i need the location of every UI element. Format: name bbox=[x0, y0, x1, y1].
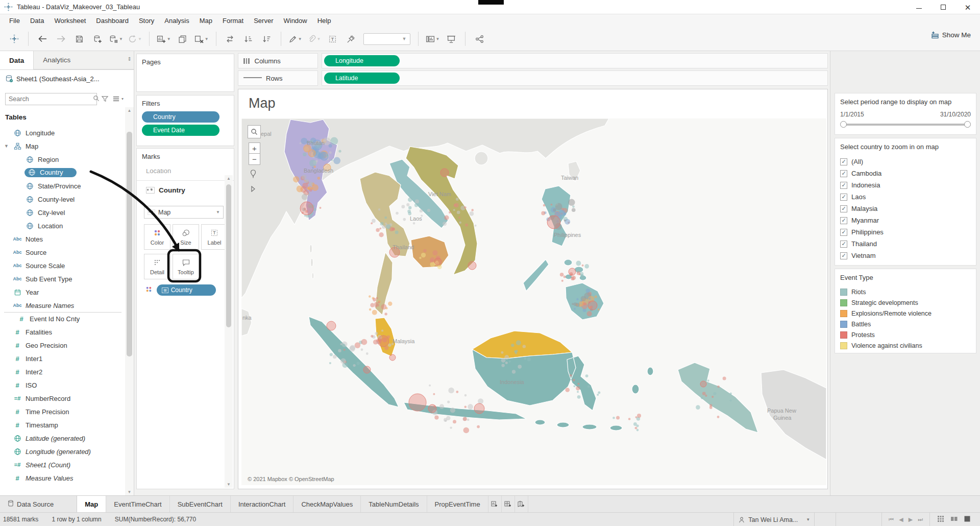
menu-server[interactable]: Server bbox=[249, 15, 278, 26]
toolbar-sort-ascending-button[interactable] bbox=[242, 31, 255, 46]
tab-data[interactable]: Data bbox=[0, 51, 33, 69]
pill-longitude[interactable]: Longitude bbox=[324, 55, 400, 66]
event-mark[interactable] bbox=[389, 354, 396, 361]
toolbar-group-button[interactable]: ▼ bbox=[307, 31, 321, 46]
legend-item-violence-against-civilians[interactable]: Violence against civilians bbox=[835, 340, 976, 351]
slider-handle-end[interactable] bbox=[964, 121, 971, 128]
field-map[interactable]: ▼Map bbox=[0, 139, 126, 153]
country-option-thailand[interactable]: ✓Thailand bbox=[835, 238, 976, 250]
event-mark[interactable] bbox=[588, 301, 597, 310]
toolbar-swap-rows-columns-button[interactable] bbox=[224, 31, 237, 46]
first-sheet-icon[interactable]: ⏮ bbox=[889, 516, 894, 523]
tooltip-button[interactable]: Tooltip bbox=[173, 254, 199, 279]
previous-sheet-icon[interactable]: ◀ bbox=[899, 516, 903, 523]
map-visualization[interactable]: NepalBhutanBangladeshTaiwanViet NamLaosT… bbox=[241, 118, 826, 485]
slider-handle-start[interactable] bbox=[840, 121, 847, 128]
toolbar-clear-sheet-button[interactable]: ▼ bbox=[194, 31, 209, 46]
period-range-slider[interactable] bbox=[840, 119, 971, 130]
field-notes[interactable]: AbcNotes bbox=[0, 232, 126, 246]
legend-item-riots[interactable]: Riots bbox=[835, 286, 976, 297]
field-city-level[interactable]: City-level bbox=[0, 206, 126, 219]
toolbar-redo-button[interactable] bbox=[54, 31, 67, 46]
field-geo-precision[interactable]: #Geo Precision bbox=[0, 339, 126, 352]
field-event-id-no-cnty[interactable]: #Event Id No Cnty bbox=[4, 312, 121, 325]
sheet-tab-checkmapvalues[interactable]: CheckMapValues bbox=[293, 496, 361, 512]
sheet-tab-tablenumdetails[interactable]: TableNumDetails bbox=[361, 496, 427, 512]
field-source[interactable]: AbcSource bbox=[0, 246, 126, 259]
event-mark[interactable] bbox=[474, 403, 484, 414]
event-mark[interactable] bbox=[300, 202, 313, 215]
filter-fields-icon[interactable] bbox=[101, 95, 109, 105]
toolbar-sort-descending-button[interactable] bbox=[260, 31, 274, 46]
minimize-button[interactable] bbox=[906, 0, 931, 14]
sheet-view-icon[interactable] bbox=[964, 515, 971, 524]
toolbar-new-worksheet-button[interactable]: ▼ bbox=[157, 31, 171, 46]
field-region[interactable]: Region bbox=[0, 153, 126, 166]
close-button[interactable]: ✕ bbox=[955, 0, 980, 14]
scroll-down-icon[interactable]: ▼ bbox=[127, 490, 132, 494]
checkbox-checked-icon[interactable]: ✓ bbox=[840, 205, 847, 212]
country-option-philippines[interactable]: ✓Philippines bbox=[835, 226, 976, 238]
datasource-connection[interactable]: Sheet1 (Southeast-Asia_2... bbox=[5, 75, 128, 83]
event-mark[interactable] bbox=[700, 381, 706, 387]
field-iso[interactable]: #ISO bbox=[0, 378, 126, 392]
columns-shelf[interactable]: Longitude bbox=[322, 53, 828, 68]
data-pane-scrollbar[interactable]: ▲ ▼ bbox=[125, 107, 134, 495]
filters-shelf[interactable]: Filters CountryEvent Date bbox=[136, 95, 234, 146]
maximize-button[interactable] bbox=[931, 0, 955, 14]
country-option-laos[interactable]: ✓Laos bbox=[835, 191, 976, 203]
last-sheet-icon[interactable]: ⏭ bbox=[918, 516, 923, 523]
checkbox-checked-icon[interactable]: ✓ bbox=[840, 229, 847, 236]
checkbox-checked-icon[interactable]: ✓ bbox=[840, 217, 847, 224]
field-state-province[interactable]: State/Province bbox=[0, 179, 126, 193]
legend-item-battles[interactable]: Battles bbox=[835, 319, 976, 329]
toolbar-share-button[interactable] bbox=[473, 31, 486, 46]
menu-data[interactable]: Data bbox=[25, 15, 49, 26]
event-mark[interactable] bbox=[468, 261, 476, 270]
toolbar-duplicate-button[interactable] bbox=[176, 31, 189, 46]
toolbar-save-button[interactable] bbox=[72, 31, 86, 46]
field-inter1[interactable]: #Inter1 bbox=[0, 352, 126, 365]
view-options-icon[interactable]: ▾ bbox=[112, 95, 124, 103]
search-input[interactable] bbox=[6, 95, 93, 103]
menu-dashboard[interactable]: Dashboard bbox=[91, 15, 134, 26]
field-inter2[interactable]: #Inter2 bbox=[0, 365, 126, 378]
label-button[interactable]: TLabel bbox=[201, 224, 228, 250]
legend-item-explosions-remote-violence[interactable]: Explosions/Remote violence bbox=[835, 308, 976, 319]
event-mark[interactable] bbox=[320, 152, 328, 160]
event-mark[interactable] bbox=[409, 394, 426, 411]
event-mark[interactable] bbox=[363, 366, 371, 373]
tab-analytics[interactable]: Analytics bbox=[33, 51, 134, 69]
legend-item-protests[interactable]: Protests bbox=[835, 329, 976, 340]
toolbar-fix-axes-button[interactable] bbox=[345, 31, 358, 46]
search-box[interactable] bbox=[5, 93, 97, 105]
marks-scrollbar[interactable]: ▲ ▼ bbox=[225, 175, 233, 488]
field-source-scale[interactable]: AbcSource Scale bbox=[0, 259, 126, 272]
user-menu[interactable]: Tan Wei Li Ama... ▼ bbox=[733, 513, 814, 526]
filter-pill-country[interactable]: Country bbox=[142, 111, 219, 123]
field-country[interactable]: Country bbox=[0, 166, 126, 179]
zoom-out-button[interactable]: − bbox=[249, 154, 260, 165]
toolbar-highlight-button[interactable]: ▼ bbox=[288, 31, 302, 46]
toolbar-undo-button[interactable] bbox=[36, 31, 49, 46]
toolbar-fit-dropdown[interactable]: ▼ bbox=[363, 33, 410, 45]
menu-analysis[interactable]: Analysis bbox=[159, 15, 194, 26]
toolbar-pause-updates-button[interactable]: ▼ bbox=[109, 31, 123, 46]
rows-shelf[interactable]: Latitude bbox=[322, 70, 828, 86]
toolbar-presentation-mode-button[interactable] bbox=[445, 31, 458, 46]
field-time-precision[interactable]: #Time Precision bbox=[0, 405, 126, 418]
toolbar-tableau-home-button[interactable] bbox=[8, 31, 21, 46]
country-option-indonesia[interactable]: ✓Indonesia bbox=[835, 179, 976, 191]
menu-help[interactable]: Help bbox=[312, 15, 336, 26]
country-option-vietnam[interactable]: ✓Vietnam bbox=[835, 250, 976, 261]
sheet-tab-eventtimechart[interactable]: EventTimeChart bbox=[106, 496, 169, 512]
checkbox-checked-icon[interactable]: ✓ bbox=[840, 241, 847, 248]
sheet-tab-subeventchart[interactable]: SubEventChart bbox=[170, 496, 231, 512]
event-mark[interactable] bbox=[327, 321, 336, 330]
legend-item-strategic-developments[interactable]: Strategic developments bbox=[835, 297, 976, 308]
checkbox-checked-icon[interactable]: ✓ bbox=[840, 252, 847, 259]
field-sheet1-count[interactable]: =#Sheet1 (Count) bbox=[0, 458, 126, 471]
filmstrip-view-icon[interactable] bbox=[950, 515, 958, 524]
event-mark[interactable] bbox=[428, 404, 436, 413]
marks-layer-location[interactable]: Location bbox=[146, 169, 171, 177]
